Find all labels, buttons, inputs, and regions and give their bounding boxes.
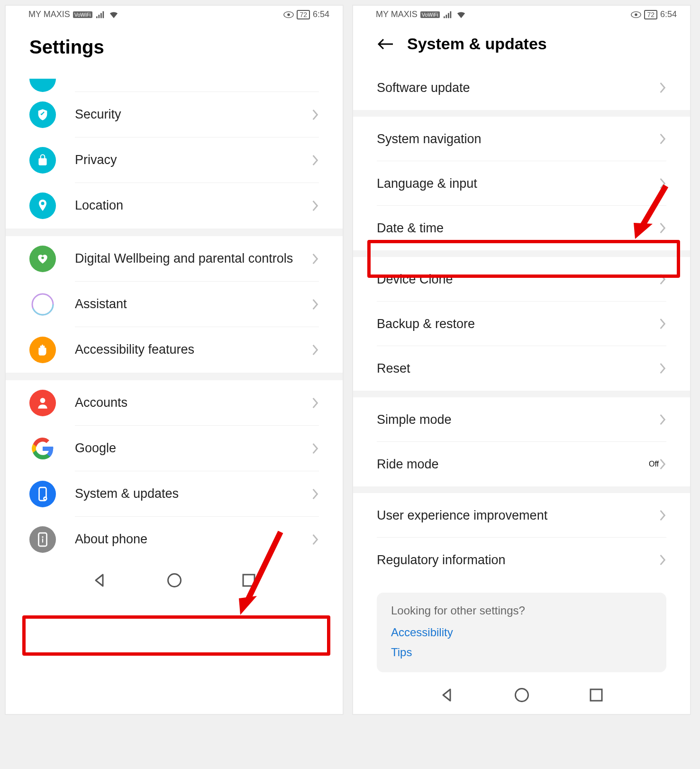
- assistant-icon: [29, 291, 56, 318]
- svg-point-18: [635, 13, 638, 16]
- eye-icon: [631, 10, 641, 19]
- svg-point-19: [515, 689, 528, 702]
- signal-icon: [443, 10, 453, 19]
- hand-icon: [29, 337, 56, 363]
- svg-point-9: [45, 498, 46, 499]
- annotation-highlight: [22, 615, 330, 656]
- chevron-right-icon: [659, 362, 666, 375]
- phone-system-updates: MY MAXIS VoWiFi 72 6:54 System & updates…: [352, 5, 691, 715]
- nav-back-icon[interactable]: [91, 572, 109, 589]
- chevron-right-icon: [659, 554, 666, 566]
- chevron-right-icon: [659, 133, 666, 145]
- item-label: Software update: [377, 81, 659, 95]
- item-date-time[interactable]: Date & time: [353, 206, 690, 250]
- back-arrow-icon[interactable]: [377, 37, 394, 51]
- svg-point-1: [288, 13, 291, 16]
- link-tips[interactable]: Tips: [391, 646, 652, 659]
- header: System & updates: [353, 22, 690, 65]
- phone-gear-icon: [29, 481, 56, 507]
- chevron-right-icon: [659, 273, 666, 285]
- nav-recent-icon[interactable]: [240, 572, 257, 589]
- wifi-icon: [456, 10, 466, 19]
- chevron-right-icon: [659, 458, 666, 470]
- partial-icon: [29, 79, 56, 92]
- item-ux-improvement[interactable]: User experience improvement: [353, 493, 690, 538]
- clock: 6:54: [313, 9, 329, 19]
- heart-icon: [29, 246, 56, 272]
- item-ride-mode[interactable]: Ride mode Off: [353, 442, 690, 486]
- svg-rect-20: [591, 689, 602, 701]
- nav-home-icon[interactable]: [166, 572, 183, 589]
- vowifi-badge: VoWiFi: [420, 11, 440, 18]
- item-device-clone[interactable]: Device Clone: [353, 257, 690, 302]
- item-label: Assistant: [75, 284, 311, 324]
- item-label: Simple mode: [377, 412, 659, 427]
- item-label: User experience improvement: [377, 508, 659, 523]
- chevron-right-icon: [311, 442, 319, 455]
- phone-settings: MY MAXIS VoWiFi 72 6:54 Settings Securit…: [5, 5, 344, 715]
- wifi-icon: [109, 10, 119, 19]
- settings-item-accounts[interactable]: Accounts: [6, 380, 343, 426]
- chevron-right-icon: [311, 154, 319, 166]
- item-label: Privacy: [75, 140, 311, 180]
- svg-rect-12: [42, 539, 43, 543]
- chevron-right-icon: [311, 488, 319, 500]
- svg-point-11: [42, 536, 43, 538]
- item-reset[interactable]: Reset: [353, 346, 690, 391]
- chevron-right-icon: [311, 253, 319, 265]
- chevron-right-icon: [659, 82, 666, 94]
- svg-point-2: [41, 202, 45, 205]
- item-system-navigation[interactable]: System navigation: [353, 117, 690, 161]
- shield-icon: [29, 101, 56, 128]
- carrier-label: MY MAXIS: [28, 9, 70, 19]
- svg-point-13: [168, 574, 181, 587]
- status-bar: MY MAXIS VoWiFi 72 6:54: [6, 6, 343, 22]
- nav-back-icon[interactable]: [439, 687, 456, 704]
- item-value: Off: [649, 460, 659, 468]
- vowifi-badge: VoWiFi: [73, 11, 92, 18]
- page-title: System & updates: [407, 35, 547, 53]
- battery-level: 72: [297, 10, 310, 19]
- nav-home-icon[interactable]: [513, 687, 530, 704]
- item-label: Language & input: [377, 176, 659, 191]
- item-label: Reset: [377, 361, 659, 376]
- item-simple-mode[interactable]: Simple mode: [353, 397, 690, 442]
- item-label: Date & time: [377, 221, 659, 236]
- settings-item-accessibility[interactable]: Accessibility features: [6, 327, 343, 373]
- settings-item-wellbeing[interactable]: Digital Wellbeing and parental controls: [6, 236, 343, 282]
- item-language-input[interactable]: Language & input: [353, 161, 690, 206]
- item-label: Device Clone: [377, 272, 659, 287]
- item-backup-restore[interactable]: Backup & restore: [353, 302, 690, 346]
- lock-icon: [29, 147, 56, 174]
- item-label: Digital Wellbeing and parental controls: [75, 239, 311, 278]
- chevron-right-icon: [311, 533, 319, 546]
- settings-item-privacy[interactable]: Privacy: [6, 137, 343, 183]
- settings-item-security[interactable]: Security: [6, 92, 343, 137]
- item-label: System navigation: [377, 132, 659, 146]
- settings-item-system-updates[interactable]: System & updates: [6, 471, 343, 517]
- chevron-right-icon: [659, 413, 666, 426]
- settings-item-google[interactable]: Google: [6, 426, 343, 471]
- item-regulatory-info[interactable]: Regulatory information: [353, 538, 690, 582]
- chevron-right-icon: [659, 222, 666, 234]
- item-label: Accessibility features: [75, 330, 311, 369]
- item-label: Google: [75, 429, 311, 468]
- list-item-partial[interactable]: [6, 70, 343, 92]
- other-settings-question: Looking for other settings?: [391, 604, 652, 617]
- nav-bar: [6, 562, 343, 599]
- item-label: Location: [75, 186, 311, 225]
- item-software-update[interactable]: Software update: [353, 65, 690, 110]
- signal-icon: [95, 10, 106, 19]
- chevron-right-icon: [311, 109, 319, 121]
- settings-item-location[interactable]: Location: [6, 183, 343, 229]
- item-label: Regulatory information: [377, 553, 659, 568]
- nav-recent-icon[interactable]: [588, 687, 605, 704]
- chevron-right-icon: [659, 177, 666, 190]
- item-label: Security: [75, 95, 311, 134]
- settings-item-assistant[interactable]: Assistant: [6, 282, 343, 327]
- link-accessibility[interactable]: Accessibility: [391, 626, 652, 639]
- settings-item-about-phone[interactable]: About phone: [6, 517, 343, 562]
- other-settings-box: Looking for other settings? Accessibilit…: [377, 593, 666, 672]
- chevron-right-icon: [311, 344, 319, 356]
- google-icon: [29, 435, 56, 462]
